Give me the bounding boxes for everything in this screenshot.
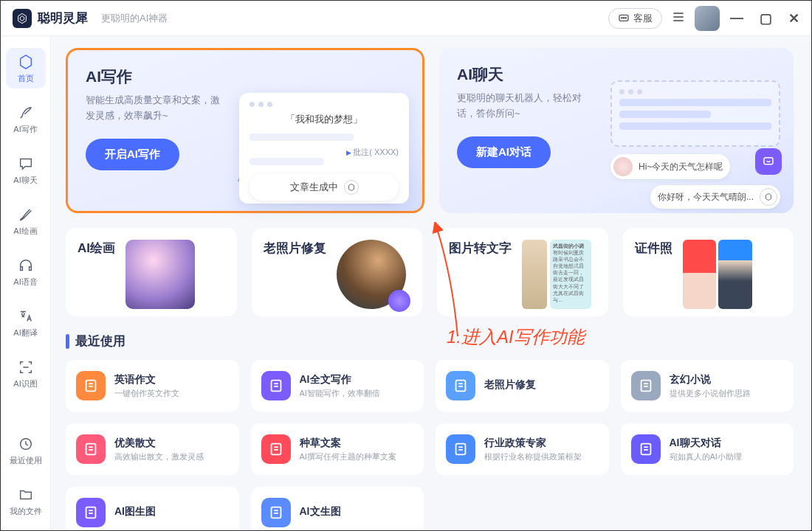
chat-smile-icon (755, 148, 782, 175)
recent-item-icon (76, 371, 106, 400)
hero-write-desc: 智能生成高质量文章和文案，激发灵感，效率飙升~ (86, 93, 226, 124)
recent-item-icon (261, 498, 291, 527)
recent-item-icon (76, 498, 106, 527)
recent-item[interactable]: 玄幻小说 提供更多小说创作思路 (621, 360, 794, 412)
feature-title: 老照片修复 (264, 240, 326, 257)
folder-icon (16, 485, 35, 504)
sidebar-item-files[interactable]: 我的文件 (6, 481, 46, 521)
recent-item-sub: 根据行业名称提供政策框架 (484, 451, 582, 462)
headphone-icon (16, 256, 35, 275)
new-ai-chat-button[interactable]: 新建AI对话 (457, 136, 551, 168)
sidebar-item-home[interactable]: 首页 (6, 48, 46, 88)
recent-item-sub: 宛如真人的AI小助理 (670, 451, 742, 462)
section-accent-bar (66, 334, 69, 349)
restore-thumb (337, 240, 406, 309)
chat-user-bubble: Hi~今天的天气怎样呢 (639, 161, 723, 173)
svg-rect-8 (764, 158, 773, 164)
sidebar: 首页 AI写作 AI聊天 AI绘画 AI语音 AI翻译 AI识图 最 (1, 36, 51, 530)
translate-icon (16, 307, 35, 326)
sidebar-item-label: 最近使用 (10, 455, 42, 466)
clock-icon (16, 434, 35, 454)
sidebar-item-voice[interactable]: AI语音 (6, 251, 46, 292)
paint-thumb (125, 240, 195, 309)
hero-write-title: AI写作 (86, 66, 405, 87)
brush-icon (16, 205, 35, 224)
recent-item[interactable]: AI文生图 (251, 487, 424, 530)
minimize-button[interactable]: — (730, 10, 743, 27)
sidebar-item-label: AI聊天 (13, 175, 37, 186)
sidebar-item-translate[interactable]: AI翻译 (6, 302, 46, 343)
sidebar-item-label: AI写作 (13, 124, 37, 135)
recent-item[interactable]: AI聊天对话 宛如真人的AI小助理 (621, 423, 794, 475)
recent-item[interactable]: 种草文案 AI撰写任何主题的种草文案 (251, 423, 424, 475)
recent-item-name: 行业政策专家 (484, 437, 582, 450)
feature-ai-paint[interactable]: AI绘画 (66, 228, 237, 316)
recent-item-sub: 提供更多小说创作思路 (670, 388, 751, 399)
sidebar-item-label: AI语音 (13, 277, 37, 288)
sidebar-item-write[interactable]: AI写作 (6, 99, 46, 139)
feature-title: 图片转文字 (449, 240, 512, 257)
feature-title: AI绘画 (78, 240, 115, 257)
user-avatar[interactable] (695, 6, 720, 31)
recent-item-name: 老照片修复 (484, 378, 536, 392)
sidebar-item-recent[interactable]: 最近使用 (6, 430, 46, 471)
chat-ai-bubble: 你好呀，今天天气晴朗... (658, 191, 754, 204)
recent-item-name: AI图生图 (114, 505, 156, 518)
sidebar-item-ocr[interactable]: AI识图 (6, 353, 46, 394)
recent-item[interactable]: AI图生图 (66, 487, 239, 530)
app-logo-icon (13, 9, 32, 28)
sidebar-item-paint[interactable]: AI绘画 (6, 201, 46, 241)
svg-point-3 (625, 17, 626, 18)
logo-icon (760, 188, 777, 206)
preview-generating-label: 文章生成中 (290, 181, 338, 194)
menu-button[interactable] (671, 10, 686, 27)
customer-service-button[interactable]: 客服 (608, 8, 662, 29)
sidebar-item-label: AI翻译 (13, 327, 37, 339)
home-icon (16, 52, 35, 72)
app-name: 聪明灵犀 (38, 10, 88, 27)
logo-icon (344, 180, 359, 195)
recent-item-icon (631, 371, 661, 400)
svg-point-2 (623, 17, 624, 18)
scan-icon (16, 358, 35, 377)
maximize-button[interactable]: ▢ (760, 10, 772, 27)
recent-item-name: AI聊天对话 (670, 437, 742, 450)
recent-item-icon (631, 434, 661, 464)
feature-img-to-text[interactable]: 图片转文字 武昌街的小调有时候到重庆路采书总会不自觉地想式昌街去走一回，最近发现… (437, 228, 608, 316)
feather-icon (16, 103, 35, 122)
recent-item[interactable]: 行业政策专家 根据行业名称提供政策框架 (436, 423, 609, 475)
recent-item-name: 优美散文 (114, 437, 204, 450)
close-button[interactable]: ✕ (788, 10, 799, 27)
chat-icon (16, 154, 35, 173)
chat-preview: Hi~今天的天气怎样呢 你好呀，今天天气晴朗... (610, 80, 780, 209)
hero-card-chat[interactable]: AI聊天 更聪明的聊天机器人，轻松对话，答你所问~ 新建AI对话 Hi~今天的天… (439, 48, 794, 213)
feature-title: 证件照 (635, 240, 672, 257)
hero-chat-desc: 更聪明的聊天机器人，轻松对话，答你所问~ (457, 91, 597, 122)
recent-item-name: AI全文写作 (300, 373, 380, 386)
recent-item-icon (76, 434, 106, 464)
recent-item[interactable]: AI全文写作 AI智能写作，效率翻倍 (251, 360, 424, 412)
feature-id-photo[interactable]: 证件照 (623, 228, 794, 316)
ocr-thumb: 武昌街的小调有时候到重庆路采书总会不自觉地想式昌街去走一回，最近发现武昌街大大不… (522, 240, 591, 309)
recent-item-name: AI文生图 (300, 505, 341, 518)
wand-icon (388, 290, 410, 312)
sidebar-item-label: 我的文件 (10, 506, 42, 517)
titlebar: 聪明灵犀 更聪明的AI神器 客服 — ▢ ✕ (1, 1, 811, 36)
sidebar-item-chat[interactable]: AI聊天 (6, 150, 46, 190)
recent-item[interactable]: 老照片修复 (436, 360, 609, 412)
recent-item-sub: AI撰写任何主题的种草文案 (300, 451, 396, 462)
recent-item-icon (446, 434, 475, 464)
recent-item-name: 玄幻小说 (670, 373, 751, 386)
sidebar-item-label: 首页 (18, 73, 34, 84)
recent-item[interactable]: 优美散文 高效输出散文，激发灵感 (66, 423, 239, 475)
id-photo-thumb (683, 240, 752, 309)
recent-item-name: 英语作文 (114, 373, 179, 386)
recent-section-title: 最近使用 (75, 333, 125, 350)
hero-card-write[interactable]: AI写作 智能生成高质量文章和文案，激发灵感，效率飙升~ 开启AI写作 AI 「… (66, 48, 424, 213)
start-ai-write-button[interactable]: 开启AI写作 (86, 139, 179, 170)
preview-doc-title: 「我和我的梦想」 (250, 113, 399, 126)
recent-item[interactable]: 英语作文 一键创作英文作文 (66, 360, 239, 412)
app-tagline: 更聪明的AI神器 (101, 12, 168, 25)
customer-service-label: 客服 (633, 12, 653, 25)
feature-photo-restore[interactable]: 老照片修复 (252, 228, 423, 316)
